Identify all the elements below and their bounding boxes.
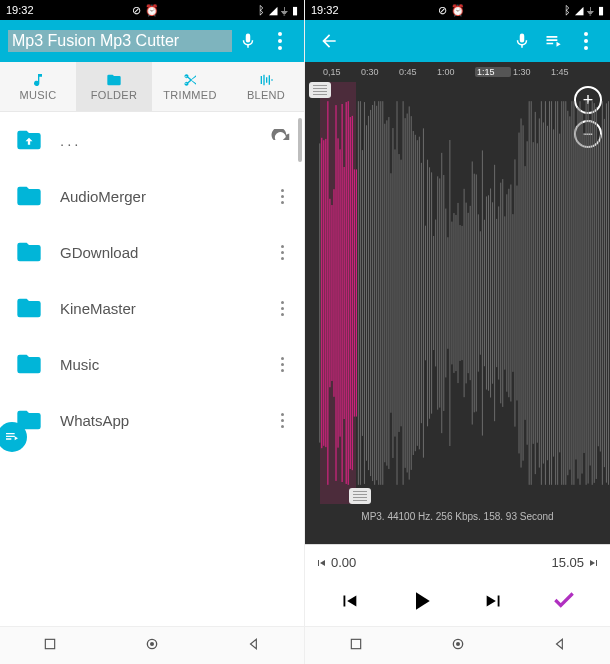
waveform-canvas[interactable]	[305, 82, 610, 504]
circle-icon	[144, 636, 160, 652]
seek-start-icon	[315, 557, 327, 569]
svg-rect-89	[531, 101, 532, 485]
svg-rect-28	[407, 114, 408, 473]
mic-button[interactable]	[506, 25, 538, 57]
scrollbar[interactable]	[298, 118, 302, 162]
svg-rect-47	[445, 209, 446, 378]
svg-rect-77	[506, 194, 507, 391]
square-icon	[43, 637, 57, 651]
svg-rect-22	[394, 149, 395, 436]
row-more-button[interactable]	[272, 413, 292, 428]
ruler-tick: 0:30	[361, 67, 397, 77]
end-time-control[interactable]: 15.05	[551, 555, 600, 570]
folder-icon	[12, 238, 46, 266]
refresh-button[interactable]	[270, 129, 292, 151]
svg-rect-32	[415, 135, 416, 451]
folder-row[interactable]: WhatsApp	[0, 392, 304, 448]
nav-home-button[interactable]	[144, 636, 160, 656]
nav-recent-button[interactable]	[349, 637, 363, 655]
tab-trimmed[interactable]: TRIMMED	[152, 62, 228, 111]
play-button[interactable]	[406, 586, 436, 620]
mic-icon	[239, 32, 257, 50]
svg-rect-95	[543, 122, 544, 463]
nav-back-button[interactable]	[553, 637, 567, 655]
svg-rect-41	[433, 236, 434, 350]
svg-rect-68	[488, 195, 489, 390]
svg-rect-100	[553, 129, 554, 456]
svg-rect-106	[565, 101, 566, 485]
tab-blend[interactable]: BLEND	[228, 62, 304, 111]
nav-back-button[interactable]	[247, 637, 261, 655]
selection-start-handle[interactable]	[309, 82, 331, 98]
svg-rect-113	[580, 101, 581, 485]
start-time-control[interactable]: 0.00	[315, 555, 356, 570]
ruler-tick: 0:45	[399, 67, 435, 77]
svg-rect-31	[413, 131, 414, 455]
row-more-button[interactable]	[272, 189, 292, 204]
status-icons-left: ⊘ ⏰	[438, 4, 465, 17]
arrow-back-icon	[319, 31, 339, 51]
svg-rect-112	[577, 107, 578, 478]
folder-up-icon	[12, 126, 46, 154]
mic-button[interactable]	[232, 25, 264, 57]
back-button[interactable]	[313, 25, 345, 57]
selection-end-handle[interactable]	[349, 488, 371, 504]
nav-home-button[interactable]	[450, 636, 466, 656]
next-button[interactable]	[483, 590, 505, 616]
row-more-button[interactable]	[272, 357, 292, 372]
status-time: 19:32	[311, 4, 339, 16]
square-icon	[349, 637, 363, 651]
svg-rect-126	[606, 103, 607, 482]
more-vert-icon	[584, 32, 588, 50]
svg-rect-72	[496, 219, 497, 367]
playlist-button[interactable]	[538, 25, 570, 57]
tab-music[interactable]: MUSIC	[0, 62, 76, 111]
svg-rect-124	[602, 101, 603, 485]
row-more-button[interactable]	[272, 245, 292, 260]
svg-rect-27	[405, 118, 406, 468]
confirm-button[interactable]	[551, 587, 577, 619]
parent-folder-row[interactable]: ...	[0, 112, 304, 168]
svg-rect-38	[427, 160, 428, 427]
folder-row[interactable]: AudioMerger	[0, 168, 304, 224]
time-range-row: 0.00 15.05	[305, 544, 610, 580]
seek-end-icon	[588, 557, 600, 569]
svg-rect-58	[468, 213, 469, 373]
mic-icon	[513, 32, 531, 50]
folder-name: AudioMerger	[60, 188, 272, 205]
svg-rect-13	[376, 106, 377, 480]
folder-icon	[12, 350, 46, 378]
svg-rect-36	[423, 128, 424, 457]
svg-rect-69	[490, 188, 491, 397]
status-time: 19:32	[6, 4, 34, 16]
folder-row[interactable]: Music	[0, 336, 304, 392]
nav-bar-left	[0, 626, 304, 664]
svg-rect-15	[380, 101, 381, 485]
more-vert-icon	[278, 32, 282, 50]
svg-rect-146	[351, 639, 360, 648]
folder-name: KineMaster	[60, 300, 272, 317]
selection-region[interactable]	[320, 82, 356, 504]
svg-rect-62	[476, 174, 477, 411]
folder-row[interactable]: KineMaster	[0, 280, 304, 336]
waveform-editor[interactable]: 0,15 0:30 0:45 1:00 1:15 1:30 1:45 + −	[305, 62, 610, 544]
folder-list[interactable]: ... AudioMerger GDownload KineMaster Mu	[0, 112, 304, 626]
folder-row[interactable]: GDownload	[0, 224, 304, 280]
svg-rect-50	[451, 222, 452, 365]
bluetooth-icon: ᛒ	[564, 4, 571, 16]
tab-folder[interactable]: FOLDER	[76, 62, 152, 111]
ruler-tick: 1:30	[513, 67, 549, 77]
tab-trimmed-label: TRIMMED	[163, 89, 216, 101]
overflow-menu-button[interactable]	[264, 25, 296, 57]
status-bar-left: 19:32 ⊘ ⏰ ᛒ ◢ ⏚ ▮	[0, 0, 304, 20]
previous-button[interactable]	[338, 590, 360, 616]
svg-rect-109	[571, 101, 572, 485]
svg-rect-16	[382, 101, 383, 485]
nav-recent-button[interactable]	[43, 637, 57, 655]
overflow-menu-button[interactable]	[570, 25, 602, 57]
svg-rect-108	[569, 116, 570, 469]
svg-rect-78	[508, 189, 509, 397]
svg-rect-35	[421, 163, 422, 423]
status-icons-right: ᛒ ◢ ⏚ ▮	[564, 4, 604, 17]
row-more-button[interactable]	[272, 301, 292, 316]
